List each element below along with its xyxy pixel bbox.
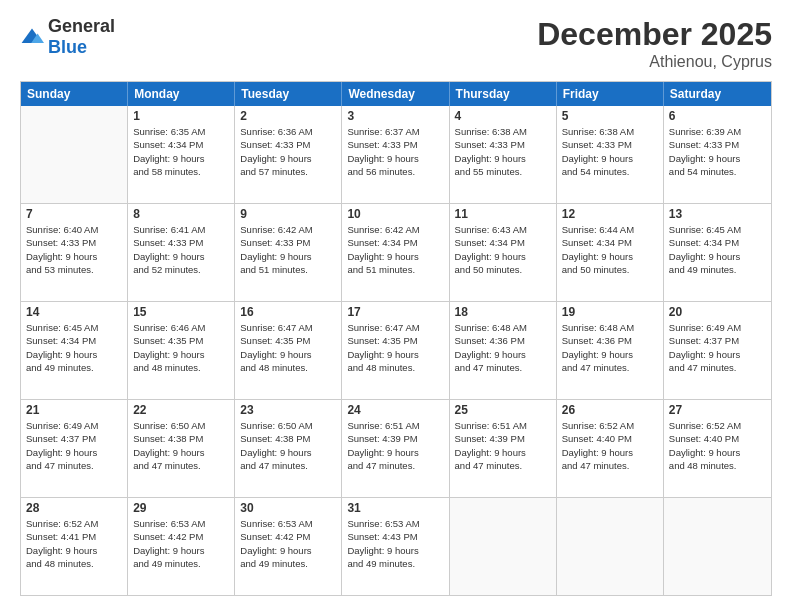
- calendar-cell-empty: [450, 498, 557, 595]
- cell-line: Daylight: 9 hours: [455, 348, 551, 361]
- cell-line: Sunrise: 6:42 AM: [240, 223, 336, 236]
- cell-line: Daylight: 9 hours: [562, 446, 658, 459]
- cell-line: Sunset: 4:34 PM: [347, 236, 443, 249]
- cell-line: Daylight: 9 hours: [133, 250, 229, 263]
- cell-line: Sunrise: 6:49 AM: [669, 321, 766, 334]
- calendar-cell-15: 15Sunrise: 6:46 AMSunset: 4:35 PMDayligh…: [128, 302, 235, 399]
- day-number: 8: [133, 207, 229, 221]
- day-number: 13: [669, 207, 766, 221]
- day-number: 15: [133, 305, 229, 319]
- cell-line: Sunrise: 6:52 AM: [562, 419, 658, 432]
- cell-line: Sunset: 4:43 PM: [347, 530, 443, 543]
- cell-line: Sunset: 4:39 PM: [455, 432, 551, 445]
- day-number: 14: [26, 305, 122, 319]
- header-day-wednesday: Wednesday: [342, 82, 449, 106]
- cell-line: and 49 minutes.: [347, 557, 443, 570]
- cell-line: Sunset: 4:35 PM: [133, 334, 229, 347]
- calendar-row-3: 21Sunrise: 6:49 AMSunset: 4:37 PMDayligh…: [21, 400, 771, 498]
- cell-line: Sunset: 4:39 PM: [347, 432, 443, 445]
- day-number: 19: [562, 305, 658, 319]
- cell-line: Sunrise: 6:48 AM: [562, 321, 658, 334]
- cell-line: and 47 minutes.: [347, 459, 443, 472]
- day-number: 18: [455, 305, 551, 319]
- cell-line: Sunrise: 6:36 AM: [240, 125, 336, 138]
- cell-line: Sunset: 4:33 PM: [240, 236, 336, 249]
- calendar-cell-7: 7Sunrise: 6:40 AMSunset: 4:33 PMDaylight…: [21, 204, 128, 301]
- calendar-cell-empty: [557, 498, 664, 595]
- cell-line: Sunrise: 6:46 AM: [133, 321, 229, 334]
- cell-line: Sunset: 4:40 PM: [669, 432, 766, 445]
- cell-line: and 49 minutes.: [240, 557, 336, 570]
- cell-line: Sunset: 4:36 PM: [455, 334, 551, 347]
- day-number: 10: [347, 207, 443, 221]
- cell-line: Sunset: 4:33 PM: [562, 138, 658, 151]
- cell-line: Sunrise: 6:38 AM: [562, 125, 658, 138]
- day-number: 24: [347, 403, 443, 417]
- cell-line: Sunset: 4:33 PM: [455, 138, 551, 151]
- day-number: 6: [669, 109, 766, 123]
- day-number: 28: [26, 501, 122, 515]
- calendar-cell-1: 1Sunrise: 6:35 AMSunset: 4:34 PMDaylight…: [128, 106, 235, 203]
- calendar-row-1: 7Sunrise: 6:40 AMSunset: 4:33 PMDaylight…: [21, 204, 771, 302]
- cell-line: and 55 minutes.: [455, 165, 551, 178]
- cell-line: Sunrise: 6:39 AM: [669, 125, 766, 138]
- cell-line: Sunset: 4:34 PM: [562, 236, 658, 249]
- day-number: 7: [26, 207, 122, 221]
- calendar-cell-31: 31Sunrise: 6:53 AMSunset: 4:43 PMDayligh…: [342, 498, 449, 595]
- cell-line: Sunset: 4:34 PM: [669, 236, 766, 249]
- cell-line: and 48 minutes.: [133, 361, 229, 374]
- logo-general: General: [48, 16, 115, 36]
- calendar-cell-2: 2Sunrise: 6:36 AMSunset: 4:33 PMDaylight…: [235, 106, 342, 203]
- header-day-sunday: Sunday: [21, 82, 128, 106]
- day-number: 3: [347, 109, 443, 123]
- calendar-cell-8: 8Sunrise: 6:41 AMSunset: 4:33 PMDaylight…: [128, 204, 235, 301]
- calendar-cell-28: 28Sunrise: 6:52 AMSunset: 4:41 PMDayligh…: [21, 498, 128, 595]
- calendar-cell-18: 18Sunrise: 6:48 AMSunset: 4:36 PMDayligh…: [450, 302, 557, 399]
- cell-line: Sunset: 4:33 PM: [26, 236, 122, 249]
- cell-line: Sunrise: 6:45 AM: [669, 223, 766, 236]
- cell-line: Daylight: 9 hours: [347, 348, 443, 361]
- cell-line: Sunset: 4:33 PM: [669, 138, 766, 151]
- calendar-body: 1Sunrise: 6:35 AMSunset: 4:34 PMDaylight…: [21, 106, 771, 595]
- cell-line: and 48 minutes.: [240, 361, 336, 374]
- cell-line: and 49 minutes.: [26, 361, 122, 374]
- calendar-cell-16: 16Sunrise: 6:47 AMSunset: 4:35 PMDayligh…: [235, 302, 342, 399]
- calendar-cell-10: 10Sunrise: 6:42 AMSunset: 4:34 PMDayligh…: [342, 204, 449, 301]
- cell-line: Daylight: 9 hours: [26, 250, 122, 263]
- cell-line: Daylight: 9 hours: [562, 348, 658, 361]
- cell-line: and 54 minutes.: [562, 165, 658, 178]
- cell-line: Daylight: 9 hours: [669, 446, 766, 459]
- cell-line: Daylight: 9 hours: [26, 348, 122, 361]
- cell-line: Sunrise: 6:51 AM: [347, 419, 443, 432]
- cell-line: and 48 minutes.: [669, 459, 766, 472]
- cell-line: and 47 minutes.: [562, 459, 658, 472]
- cell-line: Daylight: 9 hours: [347, 250, 443, 263]
- header-day-friday: Friday: [557, 82, 664, 106]
- cell-line: Daylight: 9 hours: [455, 446, 551, 459]
- cell-line: Sunset: 4:35 PM: [347, 334, 443, 347]
- day-number: 17: [347, 305, 443, 319]
- day-number: 22: [133, 403, 229, 417]
- day-number: 20: [669, 305, 766, 319]
- cell-line: Sunset: 4:37 PM: [669, 334, 766, 347]
- page-title: December 2025: [537, 16, 772, 53]
- cell-line: Sunrise: 6:50 AM: [133, 419, 229, 432]
- cell-line: Sunset: 4:33 PM: [240, 138, 336, 151]
- cell-line: and 48 minutes.: [347, 361, 443, 374]
- cell-line: Daylight: 9 hours: [133, 348, 229, 361]
- cell-line: and 47 minutes.: [455, 361, 551, 374]
- calendar-cell-29: 29Sunrise: 6:53 AMSunset: 4:42 PMDayligh…: [128, 498, 235, 595]
- cell-line: and 49 minutes.: [133, 557, 229, 570]
- header-day-saturday: Saturday: [664, 82, 771, 106]
- calendar-cell-9: 9Sunrise: 6:42 AMSunset: 4:33 PMDaylight…: [235, 204, 342, 301]
- day-number: 5: [562, 109, 658, 123]
- cell-line: Sunset: 4:42 PM: [133, 530, 229, 543]
- cell-line: Sunset: 4:33 PM: [347, 138, 443, 151]
- calendar-cell-24: 24Sunrise: 6:51 AMSunset: 4:39 PMDayligh…: [342, 400, 449, 497]
- cell-line: and 47 minutes.: [240, 459, 336, 472]
- cell-line: Daylight: 9 hours: [562, 250, 658, 263]
- cell-line: Sunrise: 6:48 AM: [455, 321, 551, 334]
- cell-line: and 51 minutes.: [240, 263, 336, 276]
- day-number: 9: [240, 207, 336, 221]
- cell-line: Sunset: 4:36 PM: [562, 334, 658, 347]
